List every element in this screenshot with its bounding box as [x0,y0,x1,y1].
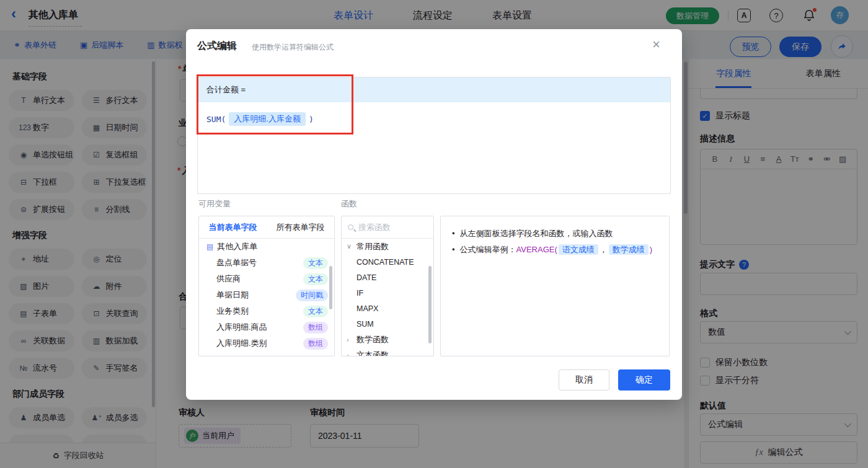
variables-tree: ▤其他入库单盘点单据号文本供应商文本单据日期时间戳业务类别文本入库明细.商品数组… [199,239,334,351]
formula-field-chip[interactable]: 入库明细.入库金额 [229,112,306,126]
variable-row[interactable]: 入库明细.类别数组 [199,335,334,351]
functions-tree: ∨常用函数CONCATENATEDATEIFMAPXSUM›数学函数›文本函数 [342,239,433,356]
function-search-box[interactable]: 搜索函数 [342,216,433,239]
help-example: 公式编辑举例：AVERAGE(语文成绩，数学成绩) [460,242,653,258]
variable-type-badge: 时间戳 [296,289,328,301]
help-bullet: • 从左侧面板选择字段名和函数，或输入函数 [452,226,658,242]
variables-tab[interactable]: 当前表单字段 [199,222,267,233]
modal-title: 公式编辑 [197,40,237,53]
modal-subtitle: 使用数学运算符编辑公式 [252,42,334,53]
variable-root-row[interactable]: ▤其他入库单 [199,239,334,255]
formula-func-open: SUM( [206,115,226,124]
variable-type-badge: 文本 [303,273,328,285]
chevron-right-icon: › [347,351,353,357]
example-field-chip: 数学成绩 [609,244,649,255]
variable-name: 业务类别 [216,306,249,317]
variable-name: 入库明细.商品 [216,322,267,333]
confirm-button[interactable]: 确定 [618,369,670,391]
function-item[interactable]: IF [342,285,433,301]
function-item[interactable]: MAPX [342,301,433,316]
variable-name: 单据日期 [216,289,249,301]
formula-func-close: ) [309,115,314,124]
function-group[interactable]: ›数学函数 [342,332,433,347]
search-placeholder: 搜索函数 [358,222,391,233]
variable-name: 盘点单据号 [216,257,257,268]
variable-type-badge: 数组 [303,338,328,350]
cancel-button[interactable]: 取消 [559,369,609,391]
function-group-label: 文本函数 [356,350,389,357]
variables-panel: 当前表单字段所有表单字段 ▤其他入库单盘点单据号文本供应商文本单据日期时间戳业务… [198,216,335,356]
formula-editor[interactable]: 合计金额 = SUM( 入库明细.入库金额 ) [197,77,671,194]
function-item[interactable]: DATE [342,270,433,285]
doc-icon: ▤ [206,242,213,251]
search-icon [348,224,353,230]
help-text: 从左侧面板选择字段名和函数，或输入函数 [460,226,613,242]
chevron-down-icon: ∨ [347,242,353,250]
function-group[interactable]: ›文本函数 [342,347,433,356]
formula-help-panel: • 从左侧面板选择字段名和函数，或输入函数 • 公式编辑举例：AVERAGE(语… [440,216,670,356]
function-item[interactable]: SUM [342,316,433,332]
variable-type-badge: 文本 [303,257,328,269]
variable-row[interactable]: 单据日期时间戳 [199,287,334,303]
help-bullet: • 公式编辑举例：AVERAGE(语文成绩，数学成绩) [452,242,658,258]
variable-row[interactable]: 入库明细.商品数组 [199,319,334,335]
variables-label: 可用变量 [198,198,231,210]
chevron-right-icon: › [347,336,353,343]
variables-tab[interactable]: 所有表单字段 [267,222,334,233]
variable-row[interactable]: 供应商文本 [199,271,334,287]
variable-row[interactable]: 盘点单据号文本 [199,255,334,271]
functions-scrollbar[interactable] [428,266,432,343]
functions-panel: 搜索函数 ∨常用函数CONCATENATEDATEIFMAPXSUM›数学函数›… [341,216,434,356]
function-item[interactable]: CONCATENATE [342,254,433,270]
variable-type-badge: 文本 [303,306,328,317]
variable-row[interactable]: 业务类别文本 [199,303,334,319]
variable-type-badge: 数组 [303,322,328,333]
formula-edit-modal: 公式编辑 使用数学运算符编辑公式 × 合计金额 = SUM( 入库明细.入库金额… [186,29,682,400]
variables-scrollbar[interactable] [329,266,332,309]
close-icon[interactable]: × [652,37,660,53]
function-group[interactable]: ∨常用函数 [342,239,433,254]
function-group-label: 常用函数 [356,241,389,252]
formula-expression: SUM( 入库明细.入库金额 ) [198,102,670,126]
variables-tabs: 当前表单字段所有表单字段 [199,216,334,239]
formula-target: 合计金额 = [198,77,670,102]
variable-name: 入库明细.类别 [216,338,267,349]
function-group-label: 数学函数 [356,334,389,345]
variable-name: 供应商 [216,273,241,285]
variable-root-label: 其他入库单 [217,241,257,252]
functions-label: 函数 [341,198,357,210]
example-field-chip: 语文成绩 [559,244,598,255]
